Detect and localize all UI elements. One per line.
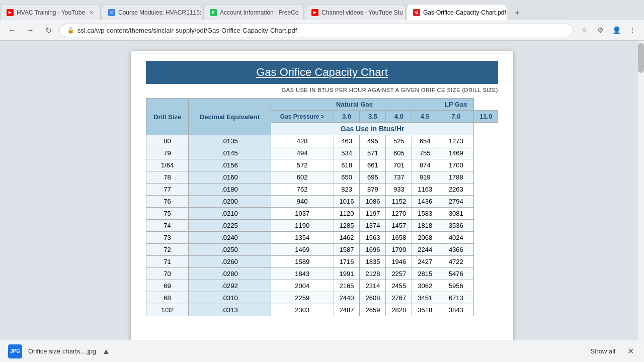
cell-decimal: .0292 [189, 280, 271, 292]
tab-channel-videos[interactable]: ▶ Channel videos - YouTube Stu ✕ [305, 4, 406, 20]
reload-button[interactable]: ↻ [41, 23, 55, 37]
cell-p110: 2794 [438, 196, 474, 208]
cell-drill: 78 [146, 171, 189, 184]
orifice-table: Drill Size Decimal Equivalent Natural Ga… [146, 98, 498, 316]
menu-button[interactable]: ⋮ [626, 24, 639, 37]
cell-p70: 2068 [412, 232, 438, 244]
cell-p30: 1843 [271, 268, 334, 280]
tab-close-3[interactable]: ✕ [303, 9, 304, 16]
lock-icon: 🔒 [67, 27, 74, 34]
cell-p45: 2455 [386, 280, 412, 292]
cell-decimal: .0280 [189, 268, 271, 280]
address-bar[interactable]: 🔒 ssl.ca/wp-content/themes/sinclair-supp… [59, 24, 574, 37]
tab-gas-orifice-pdf[interactable]: G Gas-Orifice-Capacity-Chart.pdf ✕ [407, 4, 507, 20]
download-expand-button[interactable]: ▲ [102, 347, 110, 356]
cell-p45: 605 [386, 147, 412, 159]
cell-drill: 76 [146, 196, 189, 208]
th-gas-pressure: Gas Pressure > [271, 111, 334, 123]
cell-drill: 77 [146, 184, 189, 196]
cell-p45: 737 [386, 171, 412, 184]
download-file-icon: JPG [8, 344, 22, 358]
cell-drill: 71 [146, 256, 189, 268]
cell-p35: 2487 [334, 304, 360, 316]
cell-p110: 4024 [438, 232, 474, 244]
profile-button[interactable]: 👤 [610, 24, 623, 37]
cell-p70: 3518 [412, 304, 438, 316]
cell-p70: 874 [412, 159, 438, 171]
cell-p30: 762 [271, 184, 334, 196]
cell-p110: 4722 [438, 256, 474, 268]
th-lp-gas: LP Gas [438, 99, 474, 111]
scrollbar-track[interactable] [638, 41, 644, 362]
cell-p35: 463 [334, 135, 360, 147]
cell-decimal: .0310 [189, 292, 271, 304]
table-row: 79 .0145 494 534 571 605 755 1469 [146, 147, 498, 159]
bookmark-button[interactable]: ☆ [578, 24, 591, 37]
tab-account-info[interactable]: F Account Information | FreeCo ✕ [203, 4, 304, 20]
cell-p70: 2427 [412, 256, 438, 268]
cell-p35: 534 [334, 147, 360, 159]
cell-p35: 618 [334, 159, 360, 171]
th-drill-size: Drill Size [146, 99, 189, 135]
scrollbar-thumb[interactable] [638, 43, 644, 73]
tab-course-modules[interactable]: C Course Modules: HVACR1115: ✕ [102, 4, 202, 20]
cell-drill: 69 [146, 280, 189, 292]
new-tab-button[interactable]: + [510, 6, 524, 20]
cell-p70: 3451 [412, 292, 438, 304]
cell-drill: 72 [146, 244, 189, 256]
cell-p110: 3536 [438, 220, 474, 232]
tab-bar: ▶ HVAC Training - YouTube ✕ C Course Mod… [0, 0, 644, 20]
cell-p40: 1374 [360, 220, 386, 232]
tab-close-1[interactable]: ✕ [89, 9, 94, 16]
back-button[interactable]: ← [5, 23, 19, 37]
browser-actions: ☆ ⚙ 👤 ⋮ [578, 24, 639, 37]
tab-hvac-training[interactable]: ▶ HVAC Training - YouTube ✕ [0, 4, 101, 20]
cell-p30: 2259 [271, 292, 334, 304]
cell-decimal: .0156 [189, 159, 271, 171]
cell-p40: 695 [360, 171, 386, 184]
cell-p110: 1273 [438, 135, 474, 147]
cell-p40: 2128 [360, 268, 386, 280]
show-all-button[interactable]: Show all [587, 345, 619, 357]
cell-p40: 1563 [360, 232, 386, 244]
cell-p70: 1436 [412, 196, 438, 208]
cell-drill: 1/32 [146, 304, 189, 316]
cell-p110: 1469 [438, 147, 474, 159]
table-row: 72 .0250 1469 1587 1696 1799 2244 4366 [146, 244, 498, 256]
cell-p45: 2767 [386, 292, 412, 304]
cell-p40: 2659 [360, 304, 386, 316]
tab-label-5: Gas-Orifice-Capacity-Chart.pdf [423, 9, 506, 16]
tab-label-1: HVAC Training - YouTube [17, 9, 85, 16]
forward-button[interactable]: → [23, 23, 37, 37]
cell-p110: 2263 [438, 184, 474, 196]
cell-drill: 1/64 [146, 159, 189, 171]
cell-p35: 1991 [334, 268, 360, 280]
tab-label-4: Channel videos - YouTube Stu [321, 9, 403, 16]
cell-p30: 2004 [271, 280, 334, 292]
cell-drill: 74 [146, 220, 189, 232]
cell-decimal: .0250 [189, 244, 271, 256]
table-row: 70 .0280 1843 1991 2128 2257 2815 5476 [146, 268, 498, 280]
th-p110: 11.0 [474, 111, 498, 123]
extensions-button[interactable]: ⚙ [594, 24, 607, 37]
table-row: 76 .0200 940 1016 1086 1152 1436 2794 [146, 196, 498, 208]
cell-p40: 1197 [360, 208, 386, 220]
cell-p30: 1037 [271, 208, 334, 220]
cell-p70: 654 [412, 135, 438, 147]
table-row: 77 .0180 762 823 879 933 1163 2263 [146, 184, 498, 196]
cell-p40: 571 [360, 147, 386, 159]
cell-p35: 823 [334, 184, 360, 196]
cell-p70: 755 [412, 147, 438, 159]
cell-p110: 5956 [438, 280, 474, 292]
cell-p45: 1270 [386, 208, 412, 220]
cell-decimal: .0260 [189, 256, 271, 268]
table-row: 73 .0240 1354 1462 1563 1658 2068 4024 [146, 232, 498, 244]
download-close-button[interactable]: ✕ [625, 344, 636, 358]
cell-p40: 1835 [360, 256, 386, 268]
chart-subtitle: GAS USE IN BTUS PER HOUR AGAINST A GIVEN… [146, 87, 498, 93]
th-gas-use-label: Gas Use in Btus/Hr [271, 123, 474, 135]
cell-p35: 650 [334, 171, 360, 184]
cell-p70: 1818 [412, 220, 438, 232]
cell-p30: 940 [271, 196, 334, 208]
table-row: 68 .0310 2259 2440 2608 2767 3451 6713 [146, 292, 498, 304]
